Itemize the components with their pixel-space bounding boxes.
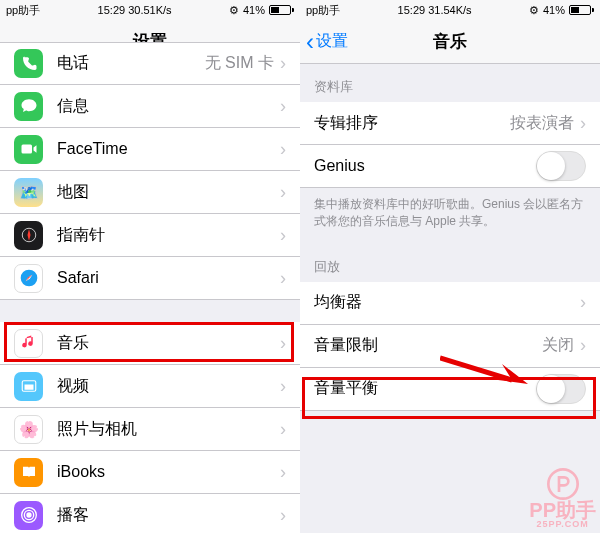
battery-icon — [269, 5, 294, 15]
net-speed: 31.54K/s — [428, 4, 471, 16]
safari-icon — [14, 264, 43, 293]
row-label: 照片与相机 — [57, 419, 280, 440]
row-label: 地图 — [57, 182, 280, 203]
chevron-right-icon: › — [580, 292, 586, 313]
time-label: 15:29 — [98, 4, 126, 16]
watermark: PP助手 25PP.COM — [529, 468, 596, 529]
row-video[interactable]: 视频 › — [0, 365, 300, 408]
row-compass[interactable]: 指南针 › — [0, 214, 300, 257]
chevron-right-icon: › — [580, 113, 586, 134]
row-value: 关闭 — [542, 335, 574, 356]
chevron-right-icon: › — [280, 96, 286, 117]
carrier-label: pp助手 — [6, 3, 40, 18]
row-label: 视频 — [57, 376, 280, 397]
row-sound-check[interactable]: 音量平衡 — [300, 368, 600, 411]
message-icon — [14, 92, 43, 121]
row-photos[interactable]: 🌸 照片与相机 › — [0, 408, 300, 451]
row-maps[interactable]: 🗺️ 地图 › — [0, 171, 300, 214]
row-album-sort[interactable]: 专辑排序 按表演者 › — [300, 102, 600, 145]
facetime-icon — [14, 135, 43, 164]
chevron-right-icon: › — [280, 505, 286, 526]
row-genius[interactable]: Genius — [300, 145, 600, 188]
watermark-url: 25PP.COM — [529, 520, 596, 529]
chevron-right-icon: › — [580, 335, 586, 356]
row-label: Genius — [314, 157, 536, 175]
phone-icon — [14, 49, 43, 78]
row-facetime[interactable]: FaceTime › — [0, 128, 300, 171]
chevron-right-icon: › — [280, 139, 286, 160]
row-label: 播客 — [57, 505, 280, 526]
status-bar: pp助手 15:29 30.51K/s ⚙︎ 41% — [0, 0, 300, 20]
net-speed: 30.51K/s — [128, 4, 171, 16]
ibooks-icon — [14, 458, 43, 487]
row-label: FaceTime — [57, 140, 280, 158]
chevron-right-icon: › — [280, 268, 286, 289]
music-icon — [14, 329, 43, 358]
row-label: 指南针 — [57, 225, 280, 246]
page-title: 音乐 — [433, 30, 467, 53]
settings-screen: pp助手 15:29 30.51K/s ⚙︎ 41% 设置 电话 无 SIM 卡… — [0, 0, 300, 533]
chevron-right-icon: › — [280, 376, 286, 397]
row-ibooks[interactable]: iBooks › — [0, 451, 300, 494]
row-label: 信息 — [57, 96, 280, 117]
chevron-right-icon: › — [280, 333, 286, 354]
section-playback-header: 回放 — [300, 244, 600, 282]
chevron-right-icon: › — [280, 53, 286, 74]
chevron-right-icon: › — [280, 419, 286, 440]
battery-pct: 41% — [543, 4, 565, 16]
svg-rect-0 — [21, 145, 32, 154]
back-button[interactable]: ‹ 设置 — [306, 28, 348, 56]
carrier-label: pp助手 — [306, 3, 340, 18]
chevron-right-icon: › — [280, 225, 286, 246]
row-phone[interactable]: 电话 无 SIM 卡 › — [0, 42, 300, 85]
music-list[interactable]: 资料库 专辑排序 按表演者 › Genius 集中播放资料库中的好听歌曲。Gen… — [300, 64, 600, 533]
row-volume-limit[interactable]: 音量限制 关闭 › — [300, 325, 600, 368]
genius-footer: 集中播放资料库中的好听歌曲。Genius 会以匿名方式将您的音乐信息与 Appl… — [300, 188, 600, 244]
video-icon — [14, 372, 43, 401]
nav-bar: ‹ 设置 音乐 — [300, 20, 600, 64]
status-bar: pp助手 15:29 31.54K/s ⚙︎ 41% — [300, 0, 600, 20]
music-settings-screen: pp助手 15:29 31.54K/s ⚙︎ 41% ‹ 设置 音乐 资料库 专… — [300, 0, 600, 533]
row-label: 音量平衡 — [314, 378, 536, 399]
row-podcast[interactable]: 播客 › — [0, 494, 300, 533]
settings-list[interactable]: 电话 无 SIM 卡 › 信息 › FaceTime › 🗺️ 地图 › 指南针… — [0, 42, 300, 533]
row-value: 无 SIM 卡 — [205, 53, 274, 74]
row-value: 按表演者 — [510, 113, 574, 134]
section-library-header: 资料库 — [300, 64, 600, 102]
svg-point-5 — [27, 513, 31, 517]
row-messages[interactable]: 信息 › — [0, 85, 300, 128]
genius-toggle[interactable] — [536, 151, 586, 181]
row-label: 音乐 — [57, 333, 280, 354]
row-label: Safari — [57, 269, 280, 287]
chevron-right-icon: › — [280, 182, 286, 203]
maps-icon: 🗺️ — [14, 178, 43, 207]
compass-icon — [14, 221, 43, 250]
podcast-icon — [14, 501, 43, 530]
battery-pct: 41% — [243, 4, 265, 16]
photos-icon: 🌸 — [14, 415, 43, 444]
row-label: 电话 — [57, 53, 205, 74]
sound-check-toggle[interactable] — [536, 374, 586, 404]
row-music[interactable]: 音乐 › — [0, 322, 300, 365]
svg-rect-4 — [24, 385, 33, 390]
battery-icon — [569, 5, 594, 15]
row-safari[interactable]: Safari › — [0, 257, 300, 300]
chevron-right-icon: › — [280, 462, 286, 483]
time-label: 15:29 — [398, 4, 426, 16]
back-label: 设置 — [316, 31, 348, 52]
row-label: 音量限制 — [314, 335, 542, 356]
chevron-left-icon: ‹ — [306, 28, 314, 56]
row-eq[interactable]: 均衡器 › — [300, 282, 600, 325]
row-label: 专辑排序 — [314, 113, 510, 134]
watermark-title: PP助手 — [529, 499, 596, 521]
row-label: 均衡器 — [314, 292, 580, 313]
row-label: iBooks — [57, 463, 280, 481]
